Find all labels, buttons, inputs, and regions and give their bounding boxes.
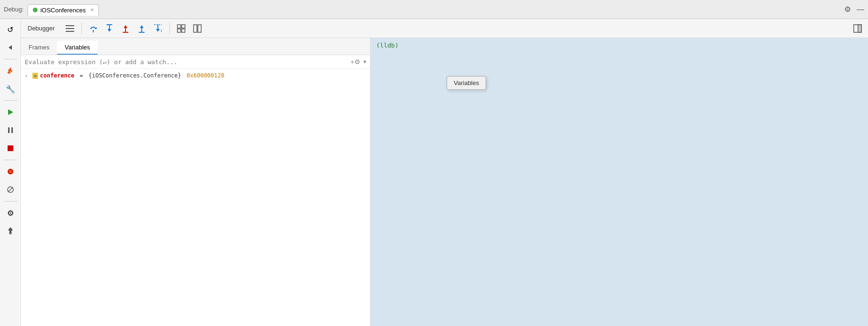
debug-tab[interactable]: iOSConferences ×	[28, 4, 99, 16]
svg-marker-16	[107, 29, 111, 32]
minimize-button[interactable]: —	[857, 5, 864, 14]
var-address: 0x600000120	[186, 72, 224, 79]
debugger-label: Debugger	[25, 24, 58, 33]
step-out-red-button[interactable]	[119, 22, 132, 35]
svg-rect-4	[8, 145, 13, 151]
chevron-icon[interactable]: ▾	[363, 58, 366, 65]
slash-icon[interactable]	[2, 181, 19, 198]
svg-rect-29	[182, 25, 185, 28]
svg-rect-30	[177, 29, 181, 32]
svg-rect-10	[66, 25, 74, 26]
hamburger-button[interactable]	[63, 22, 77, 35]
svg-rect-31	[182, 29, 185, 32]
sidebar-divider-4	[4, 201, 17, 201]
left-panel: Frames Variables +⚙ ▾ › ≡ conference =	[21, 38, 371, 326]
svg-marker-0	[9, 45, 12, 50]
svg-rect-11	[66, 28, 74, 29]
add-watch-icon[interactable]: +⚙	[351, 58, 361, 66]
svg-rect-35	[858, 25, 861, 32]
svg-marker-19	[124, 25, 127, 28]
sidebar-divider-2	[4, 100, 17, 101]
main-layout: ↺ 🔧	[0, 19, 868, 326]
expression-input[interactable]	[25, 58, 348, 66]
split-view-button[interactable]	[191, 22, 204, 35]
tab-name: iOSConferences	[40, 7, 86, 14]
variables-list: › ≡ conference = {iOSConferences.Confere…	[21, 69, 370, 326]
svg-point-6	[9, 170, 12, 173]
svg-rect-3	[11, 127, 13, 133]
variables-tooltip: Variables	[447, 76, 486, 90]
right-panel: (lldb) Variables	[371, 38, 868, 326]
tooltip-label: Variables	[454, 79, 479, 86]
toolbar-separator-2	[169, 23, 170, 34]
svg-rect-12	[66, 31, 74, 32]
lldb-prompt: (lldb)	[371, 38, 868, 53]
sidebar-divider-1	[4, 59, 17, 59]
step-out-button[interactable]	[135, 22, 148, 35]
tab-status-dot	[33, 8, 38, 12]
content-area: Debugger	[21, 19, 868, 326]
tab-variables[interactable]: Variables	[57, 41, 98, 55]
step-over-button[interactable]	[87, 22, 100, 35]
pin-sidebar-icon[interactable]	[2, 222, 19, 240]
svg-rect-2	[8, 127, 10, 133]
var-type-icon: ≡	[32, 73, 38, 79]
variable-row: › ≡ conference = {iOSConferences.Confere…	[21, 71, 370, 80]
sidebar-icons: ↺ 🔧	[0, 19, 21, 326]
gear-sidebar-icon[interactable]: ⚙	[2, 204, 19, 221]
step-into-button[interactable]	[103, 22, 116, 35]
wrench-icon[interactable]: 🔧	[2, 80, 19, 97]
step-into-inst-button[interactable]: 1	[151, 22, 165, 35]
var-name: conference	[40, 72, 74, 79]
tab-frames[interactable]: Frames	[21, 41, 57, 55]
panels-row: Frames Variables +⚙ ▾ › ≡ conference =	[21, 38, 868, 326]
svg-text:1: 1	[160, 29, 162, 33]
svg-rect-33	[198, 25, 201, 32]
sidebar-divider-3	[4, 160, 17, 160]
panel-tabs: Frames Variables	[21, 38, 370, 55]
navigate-back-icon[interactable]	[2, 39, 19, 56]
debug-label: Debug:	[4, 6, 24, 13]
play-resume-icon[interactable]	[2, 104, 19, 121]
var-equals: =	[76, 72, 87, 79]
toolbar-separator-1	[81, 23, 82, 34]
svg-rect-28	[177, 25, 181, 28]
right-panel-button[interactable]	[851, 22, 864, 35]
expand-arrow[interactable]: ›	[25, 73, 30, 78]
grid-view-button[interactable]	[175, 22, 188, 35]
record-breakpoint-icon[interactable]	[2, 163, 19, 180]
title-bar: Debug: iOSConferences × ⚙ —	[0, 0, 868, 19]
expression-bar: +⚙ ▾	[21, 55, 370, 69]
var-type: {iOSConferences.Conference}	[88, 72, 185, 79]
pause-icon[interactable]	[2, 122, 19, 139]
tab-close-button[interactable]: ×	[90, 7, 94, 13]
svg-rect-32	[194, 25, 197, 32]
title-bar-actions: ⚙ —	[844, 5, 864, 14]
svg-line-8	[8, 187, 13, 192]
flame-icon[interactable]	[2, 62, 19, 79]
refresh-icon[interactable]: ↺	[2, 21, 19, 38]
svg-marker-25	[156, 29, 160, 32]
toolbar: Debugger	[21, 19, 868, 38]
settings-title-icon[interactable]: ⚙	[844, 5, 851, 14]
stop-icon[interactable]	[2, 140, 19, 157]
svg-marker-22	[140, 25, 144, 28]
svg-marker-1	[8, 109, 13, 115]
